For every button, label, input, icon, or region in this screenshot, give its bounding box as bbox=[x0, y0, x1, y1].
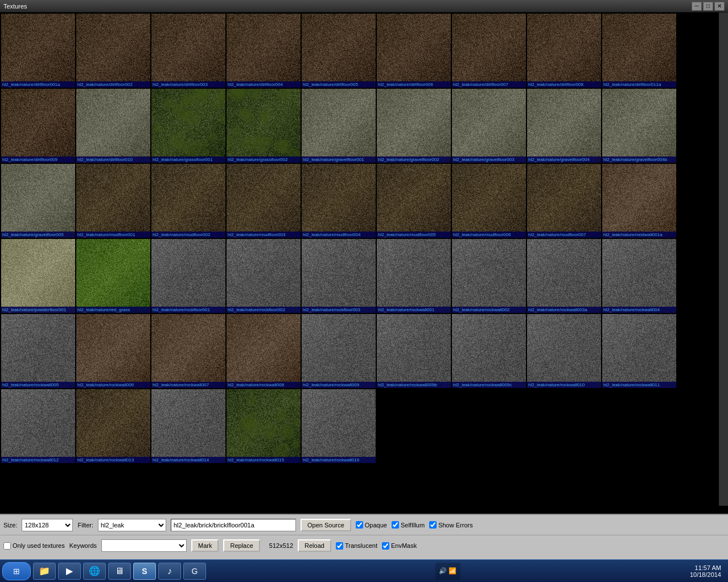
texture-cell[interactable]: hl2_leak/nature/mudfloor006 bbox=[452, 164, 526, 238]
texture-cell[interactable]: hl2_leak/nature/mudfloor004 bbox=[302, 164, 376, 238]
texture-cell[interactable]: hl2_leak/nature/rockwall003a bbox=[527, 239, 601, 313]
taskbar-steam[interactable]: S bbox=[133, 563, 156, 580]
texture-label: hl2_leak/nature/rockwall008 bbox=[227, 382, 301, 388]
open-source-button[interactable]: Open Source bbox=[301, 519, 351, 531]
texture-cell[interactable]: hl2_leak/nature/mudfloor003 bbox=[227, 164, 301, 238]
start-icon: ⊞ bbox=[13, 567, 20, 576]
size-select[interactable]: 128x128 bbox=[22, 519, 73, 531]
texture-cell[interactable]: hl2_leak/nature/mudfloor005 bbox=[377, 164, 451, 238]
texture-label: hl2_leak/nature/rockwall009 bbox=[302, 382, 376, 388]
texture-cell[interactable]: hl2_leak/nature/gravelfloor005 bbox=[1, 164, 75, 238]
texture-cell[interactable]: hl2_leak/nature/rockwall002 bbox=[452, 239, 526, 313]
texture-cell[interactable]: hl2_leak/nature/rockwall006 bbox=[76, 314, 150, 388]
texture-cell[interactable]: hl2_leak/nature/rockfloor002 bbox=[227, 239, 301, 313]
texture-cell[interactable]: hl2_leak/nature/gravelfloor004b bbox=[602, 89, 676, 163]
texture-cell[interactable]: hl2_leak/nature/rockfloor001 bbox=[151, 239, 225, 313]
texture-label: hl2_leak/nature/rockwall013 bbox=[76, 457, 150, 463]
start-button[interactable]: ⊞ bbox=[2, 562, 31, 580]
texture-cell[interactable]: hl2_leak/nature/dirtfloor003 bbox=[151, 14, 225, 88]
translucent-checkbox[interactable] bbox=[336, 542, 343, 550]
texture-cell[interactable]: hl2_leak/nature/rockwall004 bbox=[602, 239, 676, 313]
texture-cell[interactable]: hl2_leak/nature/rockwall013 bbox=[76, 389, 150, 463]
texture-label: hl2_leak/nature/rockfloor002 bbox=[227, 307, 301, 313]
texture-cell[interactable]: hl2_leak/nature/rockwall015 bbox=[227, 389, 301, 463]
texture-cell[interactable]: hl2_leak/nature/dirtfloor001a bbox=[1, 14, 75, 88]
texture-label: hl2_leak/nature/dirtfloor001a bbox=[1, 81, 75, 88]
texture-cell[interactable]: hl2_leak/nature/rockwall010 bbox=[527, 314, 601, 388]
maximize-button[interactable]: □ bbox=[703, 2, 713, 11]
texture-cell[interactable]: hl2_leak/nature/gravelfloor004 bbox=[527, 89, 601, 163]
texture-label: hl2_leak/nature/rockwall016 bbox=[302, 457, 376, 463]
filter-select[interactable]: hl2_leak bbox=[98, 519, 166, 531]
texture-label: hl2_leak/nature/dirtfloor003 bbox=[151, 81, 225, 88]
showerrors-checkbox[interactable] bbox=[429, 521, 437, 529]
texture-cell[interactable]: hl2_leak/nature/mudfloor007 bbox=[527, 164, 601, 238]
texture-cell[interactable]: hl2_leak/nature/dirtfloor007 bbox=[452, 14, 526, 88]
texture-cell[interactable]: hl2_leak/nature/dirtfloor009 bbox=[1, 89, 75, 163]
texture-cell[interactable]: hl2_leak/nature/grassfloor001 bbox=[151, 89, 225, 163]
opaque-checkbox[interactable] bbox=[356, 521, 363, 529]
texture-label: hl2_leak/nature/rockfloor003 bbox=[302, 307, 376, 313]
replace-button[interactable]: Replace bbox=[223, 539, 260, 552]
bottom-toolbar: Size: 128x128 Filter: hl2_leak Open Sour… bbox=[0, 514, 728, 559]
translucent-group: Translucent bbox=[336, 542, 377, 550]
texture-cell[interactable]: hl2_leak/nature/gravelfloor002 bbox=[377, 89, 451, 163]
texture-cell[interactable]: hl2_leak/nature/rockwall012 bbox=[1, 389, 75, 463]
texture-label: hl2_leak/nature/gravelfloor001 bbox=[302, 156, 376, 163]
taskbar-explorer[interactable]: 📁 bbox=[33, 563, 56, 580]
screen-icon: 🖥 bbox=[115, 566, 124, 576]
close-button[interactable]: ✕ bbox=[714, 2, 725, 11]
texture-label: hl2_leak/nature/rockwall015 bbox=[227, 457, 301, 463]
texture-cell[interactable]: hl2_leak/nature/rockwall005 bbox=[1, 314, 75, 388]
envmask-checkbox[interactable] bbox=[382, 542, 389, 550]
keywords-select[interactable] bbox=[101, 539, 187, 552]
texture-cell[interactable]: hl2_leak/nature/rockwall009c bbox=[452, 314, 526, 388]
mark-button[interactable]: Mark bbox=[191, 539, 219, 552]
texture-cell[interactable]: hl2_leak/nature/rockwall014 bbox=[151, 389, 225, 463]
texture-cell[interactable]: hl2_leak/nature/nestwall001a bbox=[602, 164, 676, 238]
texture-cell[interactable]: hl2_leak/nature/powderfloor001 bbox=[1, 239, 75, 313]
selfillum-checkbox[interactable] bbox=[392, 521, 399, 529]
texture-cell[interactable]: hl2_leak/nature/mudfloor002 bbox=[151, 164, 225, 238]
only-used-checkbox[interactable] bbox=[3, 542, 11, 550]
texture-cell[interactable]: hl2_leak/nature/dirtfloor011a bbox=[602, 14, 676, 88]
texture-cell[interactable]: hl2_leak/nature/rockwall016 bbox=[302, 389, 376, 463]
scrollbar[interactable] bbox=[719, 13, 728, 506]
texture-cell[interactable]: hl2_leak/nature/grassfloor002 bbox=[227, 89, 301, 163]
texture-cell[interactable]: hl2_leak/nature/rockwall011 bbox=[602, 314, 676, 388]
texture-cell[interactable]: hl2_leak/nature/mudfloor001 bbox=[76, 164, 150, 238]
texture-cell[interactable]: hl2_leak/nature/dirtfloor008 bbox=[527, 14, 601, 88]
texture-cell[interactable]: hl2_leak/nature/rockwall008 bbox=[227, 314, 301, 388]
taskbar-screen[interactable]: 🖥 bbox=[108, 563, 131, 580]
minimize-button[interactable]: ─ bbox=[692, 2, 702, 11]
texture-cell[interactable]: hl2_leak/nature/dirtfloor010 bbox=[76, 89, 150, 163]
texture-label: hl2_leak/nature/rockwall001 bbox=[377, 307, 451, 313]
taskbar-media[interactable]: ▶ bbox=[58, 563, 81, 580]
texture-grid-area[interactable]: hl2_leak/nature/dirtfloor001ahl2_leak/na… bbox=[0, 13, 697, 506]
texture-cell[interactable]: hl2_leak/nature/gravelfloor003 bbox=[452, 89, 526, 163]
texture-cell[interactable]: hl2_leak/nature/dirtfloor002 bbox=[76, 14, 150, 88]
taskbar-game[interactable]: G bbox=[183, 563, 206, 580]
texture-label: hl2_leak/nature/mudfloor003 bbox=[227, 232, 301, 238]
texture-cell[interactable]: hl2_leak/nature/rockwall009b bbox=[377, 314, 451, 388]
texture-cell[interactable]: hl2_leak/nature/dirtfloor005 bbox=[302, 14, 376, 88]
texture-cell[interactable]: hl2_leak/nature/red_grass bbox=[76, 239, 150, 313]
texture-cell[interactable]: hl2_leak/nature/rockfloor003 bbox=[302, 239, 376, 313]
texture-cell[interactable]: hl2_leak/nature/dirtfloor004 bbox=[227, 14, 301, 88]
texture-cell[interactable]: hl2_leak/nature/rockwall007 bbox=[151, 314, 225, 388]
texture-label: hl2_leak/nature/rockwall002 bbox=[452, 307, 526, 313]
texture-cell[interactable]: hl2_leak/nature/dirtfloor006 bbox=[377, 14, 451, 88]
explorer-icon: 📁 bbox=[39, 566, 50, 576]
texture-cell[interactable]: hl2_leak/nature/rockwall009 bbox=[302, 314, 376, 388]
taskbar-audio[interactable]: ♪ bbox=[158, 563, 181, 580]
texture-path-input[interactable] bbox=[171, 519, 296, 531]
texture-label: hl2_leak/nature/rockwall007 bbox=[151, 382, 225, 388]
taskbar-firefox[interactable]: 🌐 bbox=[83, 563, 106, 580]
reload-button[interactable]: Reload bbox=[298, 539, 331, 552]
only-used-label: Only used textures bbox=[13, 542, 65, 549]
texture-cell[interactable]: hl2_leak/nature/rockwall001 bbox=[377, 239, 451, 313]
texture-label: hl2_leak/nature/rockwall005 bbox=[1, 382, 75, 388]
content-area: hl2_leak/nature/dirtfloor001ahl2_leak/na… bbox=[0, 13, 728, 514]
texture-cell[interactable]: hl2_leak/nature/gravelfloor001 bbox=[302, 89, 376, 163]
texture-label: hl2_leak/nature/nestwall001a bbox=[602, 232, 676, 238]
